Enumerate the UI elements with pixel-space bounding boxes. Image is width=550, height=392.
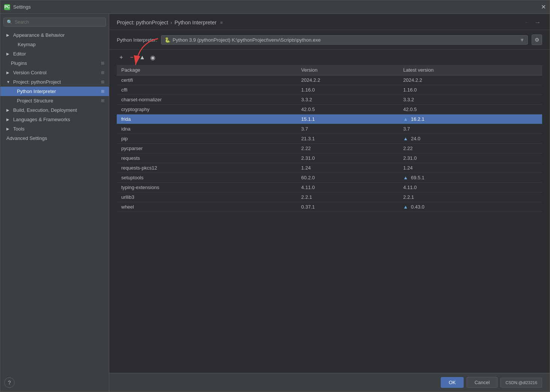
table-row[interactable]: wheel0.37.1▲ 0.43.0 xyxy=(117,202,542,212)
window-controls: ✕ xyxy=(541,5,546,10)
table-row[interactable]: requests-pkcs121.241.24 xyxy=(117,163,542,173)
search-input[interactable] xyxy=(15,20,102,25)
sidebar-item-label: Plugins xyxy=(11,60,27,66)
sidebar-item-label: Project: pythonProject xyxy=(13,79,61,85)
sidebar-item-label: Project Structure xyxy=(17,98,53,104)
package-version: 15.1.1 xyxy=(297,114,399,124)
sidebar-item-project-structure[interactable]: Project Structure ⊞ xyxy=(0,96,109,105)
sidebar-tree: ▶ Appearance & Behavior Keymap ▶ Editor … xyxy=(0,29,109,377)
table-row[interactable]: idna3.73.7 xyxy=(117,124,542,134)
table-row[interactable]: certifi2024.2.22024.2.2 xyxy=(117,75,542,85)
sidebar-item-label: Build, Execution, Deployment xyxy=(13,107,77,113)
sidebar-item-build[interactable]: ▶ Build, Execution, Deployment xyxy=(0,105,109,115)
package-latest-version: ▲ 16.2.1 xyxy=(399,114,542,124)
forward-button[interactable]: → xyxy=(533,19,542,26)
sidebar-item-label: Advanced Settings xyxy=(6,135,47,141)
package-version: 1.24 xyxy=(297,163,399,173)
title-bar: PC Settings ✕ xyxy=(0,0,550,14)
help-button[interactable]: ? xyxy=(4,377,15,388)
packages-table: Package Version Latest version certifi20… xyxy=(117,65,542,212)
add-package-button[interactable]: + xyxy=(117,53,126,62)
upgrade-package-button[interactable]: ▲ xyxy=(138,53,147,62)
package-latest-version: 3.3.2 xyxy=(399,95,542,105)
sidebar-item-python-interpreter[interactable]: Python Interpreter ⊞ xyxy=(0,87,109,96)
table-row[interactable]: cryptography42.0.542.0.5 xyxy=(117,105,542,114)
table-row[interactable]: setuptools60.2.0▲ 69.5.1 xyxy=(117,173,542,183)
upgrade-arrow-icon: ▲ xyxy=(403,204,409,210)
sidebar-item-languages[interactable]: ▶ Languages & Frameworks xyxy=(0,115,109,124)
sidebar-item-editor[interactable]: ▶ Editor xyxy=(0,49,109,59)
window-title: Settings xyxy=(13,4,541,10)
sidebar-item-project[interactable]: ▼ Project: pythonProject ⊞ xyxy=(0,77,109,87)
csdn-button[interactable]: CSDN:@dl23216 xyxy=(500,378,542,387)
package-version: 3.7 xyxy=(297,124,399,134)
gear-icon: ⚙ xyxy=(535,37,539,43)
table-row[interactable]: pycparser2.222.22 xyxy=(117,144,542,153)
interpreter-select-dropdown[interactable]: 🐍 Python 3.9 (pythonProject) K:\pythonPr… xyxy=(161,35,528,45)
sidebar-item-keymap[interactable]: Keymap xyxy=(0,40,109,49)
package-version: 42.0.5 xyxy=(297,105,399,114)
package-latest-version: ▲ 24.0 xyxy=(399,134,542,144)
package-version: 0.37.1 xyxy=(297,202,399,212)
package-latest-version: 2024.2.2 xyxy=(399,75,542,85)
package-name: certifi xyxy=(117,75,297,85)
sidebar-item-appearance[interactable]: ▶ Appearance & Behavior xyxy=(0,30,109,40)
sidebar-item-advanced[interactable]: Advanced Settings xyxy=(0,134,109,143)
expand-icon: ▶ xyxy=(6,71,11,75)
search-box[interactable]: 🔍 xyxy=(3,18,106,27)
settings-window: PC Settings ✕ 🔍 ▶ Appearance & Behavior xyxy=(0,0,550,392)
close-button[interactable]: ✕ xyxy=(541,5,546,10)
show-package-button[interactable]: ◉ xyxy=(148,53,157,62)
search-icon: 🔍 xyxy=(7,20,12,25)
table-row[interactable]: charset-normalizer3.3.23.3.2 xyxy=(117,95,542,105)
table-row[interactable]: typing-extensions4.11.04.11.0 xyxy=(117,183,542,192)
breadcrumb-separator: › xyxy=(170,20,172,26)
upgrade-arrow-icon: ▲ xyxy=(403,175,409,180)
package-name: cryptography xyxy=(117,105,297,114)
package-name: requests xyxy=(117,153,297,163)
nav-arrows: ← → xyxy=(523,19,542,26)
package-version: 21.3.1 xyxy=(297,134,399,144)
table-row[interactable]: frida15.1.1▲ 16.2.1 xyxy=(117,114,542,124)
expand-icon: ▶ xyxy=(6,108,11,112)
package-latest-version: ▲ 0.43.0 xyxy=(399,202,542,212)
table-row[interactable]: requests2.31.02.31.0 xyxy=(117,153,542,163)
col-latest: Latest version xyxy=(399,65,542,75)
sidebar-item-tools[interactable]: ▶ Tools xyxy=(0,124,109,134)
breadcrumb-menu-icon[interactable]: ≡ xyxy=(220,20,223,25)
cancel-button[interactable]: Cancel xyxy=(467,377,497,388)
back-button[interactable]: ← xyxy=(523,19,532,26)
package-version: 60.2.0 xyxy=(297,173,399,183)
sidebar-item-label: Tools xyxy=(13,126,24,132)
remove-package-button[interactable]: − xyxy=(127,53,136,62)
interpreter-gear-button[interactable]: ⚙ xyxy=(532,35,542,45)
main-content: Project: pythonProject › Python Interpre… xyxy=(109,14,550,392)
table-row[interactable]: pip21.3.1▲ 24.0 xyxy=(117,134,542,144)
package-version: 4.11.0 xyxy=(297,183,399,192)
package-version: 2.22 xyxy=(297,144,399,153)
upgrade-arrow-icon: ▲ xyxy=(403,136,409,141)
packages-table-container: Package Version Latest version certifi20… xyxy=(117,65,542,365)
sidebar-item-plugins[interactable]: Plugins ⊞ xyxy=(0,59,109,68)
package-name: setuptools xyxy=(117,173,297,183)
breadcrumb-current: Python Interpreter xyxy=(175,20,217,26)
python-icon: 🐍 xyxy=(164,37,170,43)
package-version: 3.3.2 xyxy=(297,95,399,105)
sidebar-item-version-control[interactable]: ▶ Version Control ⊞ xyxy=(0,68,109,77)
expand-icon: ▼ xyxy=(6,80,11,84)
expand-icon: ▶ xyxy=(6,117,11,122)
expand-icon: ▶ xyxy=(6,52,11,56)
table-row[interactable]: cffi1.16.01.16.0 xyxy=(117,85,542,95)
ok-button[interactable]: OK xyxy=(441,377,464,388)
package-latest-version: 3.7 xyxy=(399,124,542,134)
package-version: 2024.2.2 xyxy=(297,75,399,85)
package-name: urllib3 xyxy=(117,192,297,202)
package-name: pip xyxy=(117,134,297,144)
bottom-bar: OK Cancel CSDN:@dl23216 xyxy=(109,373,550,392)
table-row[interactable]: urllib32.2.12.2.1 xyxy=(117,192,542,202)
minus-icon: − xyxy=(130,54,133,61)
sidebar-item-label: Python Interpreter xyxy=(17,89,56,94)
dropdown-arrow-icon: ▼ xyxy=(520,37,524,43)
package-latest-version: 4.11.0 xyxy=(399,183,542,192)
package-name: pycparser xyxy=(117,144,297,153)
